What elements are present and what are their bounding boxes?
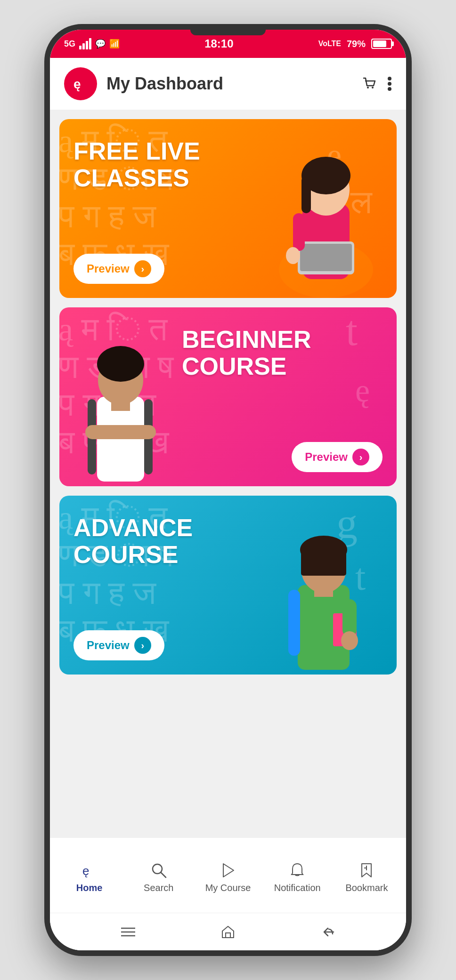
phone-notch [190, 30, 266, 35]
nav-notification[interactable]: Notification [263, 857, 332, 898]
android-nav-bar [50, 913, 406, 950]
card-title-block: FREE LIVECLASSES [73, 138, 200, 192]
status-time: 18:10 [204, 37, 233, 50]
svg-text:ę: ę [73, 77, 81, 91]
app-header: ę My Dashboard [50, 58, 406, 110]
preview-arrow-icon-pink: › [352, 449, 369, 466]
nav-search[interactable]: Search [124, 857, 193, 898]
nav-mycourse-label: My Course [205, 883, 251, 893]
svg-marker-52 [223, 864, 234, 877]
play-icon [220, 862, 236, 879]
nav-bookmark-label: Bookmark [345, 883, 388, 893]
preview-label-blue: Preview [87, 639, 130, 652]
svg-point-3 [388, 77, 391, 80]
header-actions [361, 75, 392, 92]
cart-button[interactable] [361, 75, 378, 92]
page-title: My Dashboard [106, 74, 361, 94]
svg-point-1 [367, 87, 369, 88]
nav-notification-label: Notification [274, 883, 321, 893]
preview-label: Preview [87, 262, 130, 275]
signal-icon [79, 38, 91, 49]
svg-point-50 [153, 864, 162, 874]
volte-badge: VoLTE [318, 40, 341, 48]
beginner-title: BEGINNERCOURSE [182, 326, 311, 380]
android-home-icon [220, 924, 236, 940]
menu-button[interactable] [387, 76, 392, 91]
nav-search-label: Search [144, 883, 173, 893]
card-title-block-blue: ADVANCECOURSE [73, 514, 193, 568]
status-left: 5G 💬 📶 [64, 38, 120, 49]
home-icon: ę [81, 862, 98, 879]
svg-point-4 [388, 82, 391, 86]
preview-arrow-icon: › [134, 260, 151, 277]
advance-title: ADVANCECOURSE [73, 514, 193, 568]
nav-home[interactable]: ę Home [55, 857, 124, 898]
phone-screen: 5G 💬 📶 18:10 VoLTE 79% [50, 30, 406, 950]
free-live-title: FREE LIVECLASSES [73, 138, 200, 192]
advance-card: ą म ि त ण ड ा ष प ग ह ज ब फ ध ख g t [59, 496, 397, 675]
advance-preview-button[interactable]: Preview › [73, 630, 164, 660]
battery-fill [373, 40, 386, 47]
beginner-preview-button[interactable]: Preview › [292, 442, 383, 472]
status-right: VoLTE 79% [318, 39, 392, 49]
content-area: ą म ि त ण ड ा ष प ग ह ज ब फ ध ख ę ल [50, 110, 406, 837]
svg-point-2 [372, 87, 374, 88]
hamburger-icon [121, 926, 135, 938]
battery-icon [371, 39, 392, 49]
whatsapp-icon: 💬 [95, 39, 106, 49]
svg-text:ę: ę [82, 864, 89, 878]
5g-badge: 5G [64, 39, 75, 49]
free-live-preview-button[interactable]: Preview › [73, 254, 164, 284]
svg-rect-58 [226, 933, 230, 938]
preview-label-pink: Preview [305, 450, 348, 464]
nav-home-label: Home [76, 883, 103, 893]
bookmark-icon [358, 862, 375, 879]
svg-point-5 [388, 87, 391, 91]
android-back-button[interactable] [316, 920, 340, 944]
app-logo: ę [64, 67, 97, 100]
free-live-card: ą म ि त ण ड ा ष प ग ह ज ब फ ध ख ę ल [59, 119, 397, 298]
search-icon [150, 862, 167, 879]
beginner-card: ą म ि त ण ड ा ष प ग ह ज ब फ ध ख t ę [59, 307, 397, 486]
preview-arrow-icon-blue: › [134, 637, 151, 654]
card-title-block-pink: BEGINNERCOURSE [182, 326, 311, 380]
nav-mycourse[interactable]: My Course [193, 857, 262, 898]
bottom-nav: ę Home Search My Cou [50, 837, 406, 913]
android-home-button[interactable] [216, 920, 240, 944]
android-menu-button[interactable] [116, 920, 140, 944]
phone-frame: 5G 💬 📶 18:10 VoLTE 79% [0, 0, 456, 980]
phone-body: 5G 💬 📶 18:10 VoLTE 79% [44, 24, 412, 956]
android-back-icon [320, 924, 335, 940]
nav-bookmark[interactable]: Bookmark [332, 857, 401, 898]
bell-icon [289, 862, 306, 879]
svg-line-51 [161, 873, 166, 877]
call-icon: 📶 [109, 39, 120, 49]
battery-percentage: 79% [347, 39, 366, 49]
